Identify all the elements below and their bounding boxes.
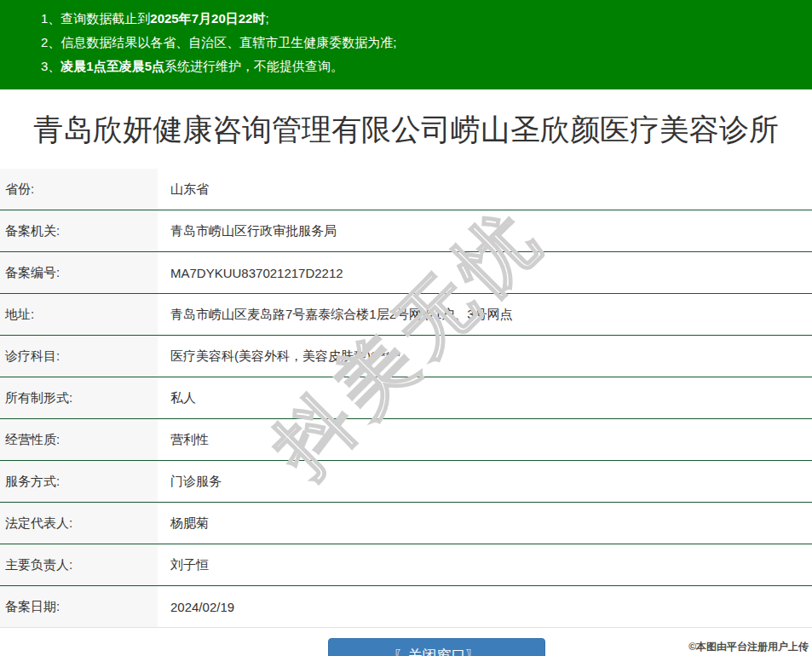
notice-banner: 1、查询数据截止到2025年7月20日22时; 2、信息数据结果以各省、自治区、… <box>0 0 812 89</box>
row-label: 备案机关: <box>0 210 158 251</box>
row-value: 青岛市崂山区麦岛路7号嘉泰综合楼1层2号网点1户、3号网点 <box>158 307 812 323</box>
row-label: 省份: <box>0 169 158 210</box>
row-value: MA7DYKUU837021217D2212 <box>158 266 812 280</box>
row-label: 服务方式: <box>0 461 158 502</box>
row-value: 门诊服务 <box>158 474 812 490</box>
page-title: 青岛欣妍健康咨询管理有限公司崂山圣欣颜医疗美容诊所 <box>0 110 812 150</box>
row-label: 经营性质: <box>0 419 158 460</box>
table-row-diagnosis-subjects: 诊疗科目: 医疗美容科(美容外科，美容皮肤科)****** <box>0 336 812 377</box>
notice-text-bold: 凌晨1点至凌晨5点 <box>60 59 164 73</box>
row-value: 2024/02/19 <box>158 600 812 614</box>
notice-text: ; <box>265 11 268 26</box>
notice-item: 2、信息数据结果以各省、自治区、直辖市卫生健康委数据为准; <box>41 31 803 55</box>
close-window-button[interactable]: 〖关闭窗口〗 <box>328 638 545 656</box>
table-row-filing-number: 备案编号: MA7DYKUU837021217D2212 <box>0 252 812 294</box>
notice-number: 1、 <box>41 11 60 26</box>
notice-number: 2、 <box>41 35 60 49</box>
row-label: 备案日期: <box>0 586 158 627</box>
info-table: 省份: 山东省 备案机关: 青岛市崂山区行政审批服务局 备案编号: MA7DYK… <box>0 169 812 628</box>
table-row-main-responsible-person: 主要负责人: 刘子恒 <box>0 544 812 586</box>
notice-item: 3、凌晨1点至凌晨5点系统进行维护，不能提供查询。 <box>41 55 803 78</box>
row-value: 刘子恒 <box>158 557 812 573</box>
row-label: 所有制形式: <box>0 377 158 418</box>
footer-copyright: ©本图由平台注册用户上传 <box>688 640 809 654</box>
row-value: 营利性 <box>158 432 812 448</box>
notice-item: 1、查询数据截止到2025年7月20日22时; <box>41 7 803 31</box>
table-row-address: 地址: 青岛市崂山区麦岛路7号嘉泰综合楼1层2号网点1户、3号网点 <box>0 294 812 336</box>
row-label: 地址: <box>0 294 158 335</box>
notice-number: 3、 <box>41 59 60 73</box>
row-value: 医疗美容科(美容外科，美容皮肤科)****** <box>158 348 812 365</box>
table-row-operation-nature: 经营性质: 营利性 <box>0 419 812 461</box>
notice-text: 信息数据结果以各省、自治区、直辖市卫生健康委数据为准; <box>60 35 396 49</box>
table-row-legal-representative: 法定代表人: 杨腮菊 <box>0 503 812 544</box>
notice-text: 查询数据截止到 <box>60 11 150 26</box>
row-label: 法定代表人: <box>0 503 158 544</box>
row-value: 杨腮菊 <box>158 515 812 532</box>
row-value: 私人 <box>158 390 812 406</box>
row-label: 主要负责人: <box>0 544 158 585</box>
row-label: 备案编号: <box>0 252 158 293</box>
notice-text: 系统进行维护，不能提供查询。 <box>164 59 343 73</box>
table-row-ownership-type: 所有制形式: 私人 <box>0 377 812 419</box>
table-row-filing-date: 备案日期: 2024/02/19 <box>0 586 812 628</box>
row-value: 山东省 <box>158 181 812 198</box>
table-row-service-mode: 服务方式: 门诊服务 <box>0 461 812 503</box>
row-value: 青岛市崂山区行政审批服务局 <box>158 223 812 239</box>
table-row-filing-authority: 备案机关: 青岛市崂山区行政审批服务局 <box>0 210 812 252</box>
notice-text-bold: 2025年7月20日22时 <box>150 11 265 26</box>
row-label: 诊疗科目: <box>0 336 158 377</box>
table-row-province: 省份: 山东省 <box>0 169 812 210</box>
